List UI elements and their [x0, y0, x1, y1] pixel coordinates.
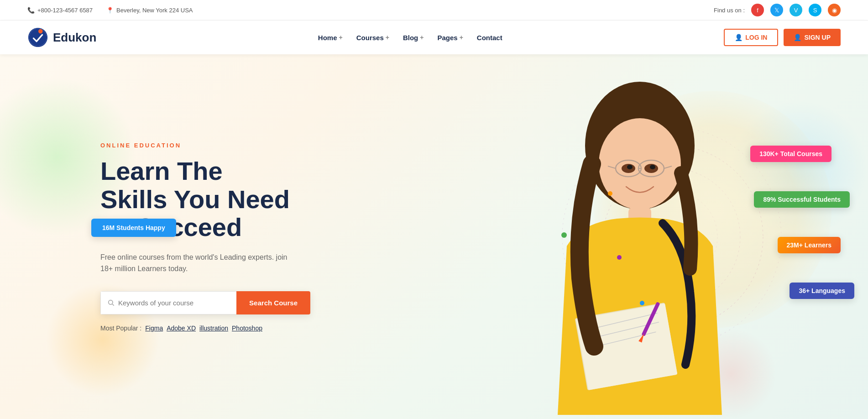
hero-section: 130K+ Total Courses 89% Successful Stude… [0, 54, 868, 419]
search-input-wrapper [100, 291, 236, 314]
person-add-icon: 👤 [794, 34, 801, 41]
phone-info: 📞 +800-123-4567 6587 [27, 7, 93, 14]
popular-link-adobexd[interactable]: Adobe XD [167, 325, 196, 332]
hero-left: ONLINE EDUCATION Learn The Skills You Ne… [100, 142, 365, 332]
nav-home-plus: + [339, 34, 343, 41]
nav-pages-plus: + [460, 34, 463, 41]
nav-contact[interactable]: Contact [477, 34, 502, 42]
phone-icon: 📞 [27, 7, 35, 14]
nav-pages[interactable]: Pages + [437, 34, 463, 42]
popular-link-illustration[interactable]: illustration [199, 325, 228, 332]
dot-orange [608, 191, 612, 196]
hero-description: Free online courses from the world's Lea… [100, 251, 301, 275]
nav-home[interactable]: Home + [318, 34, 343, 42]
search-button[interactable]: Search Course [236, 291, 310, 314]
stat-badge-students: 89% Successful Students [754, 191, 850, 208]
badge-students-happy: 16M Students Happy [91, 219, 176, 237]
nav-courses[interactable]: Courses + [356, 34, 389, 42]
nav-blog[interactable]: Blog + [403, 34, 424, 42]
svg-point-3 [38, 29, 43, 34]
location-icon: 📍 [106, 7, 114, 14]
login-button[interactable]: 👤 LOG IN [724, 29, 778, 46]
svg-point-2 [29, 29, 47, 46]
find-us-label: Find us on : [714, 7, 745, 14]
hero-title-line1: Learn The [100, 157, 223, 185]
search-input[interactable] [118, 292, 230, 314]
logo-text: Edukon [53, 31, 96, 45]
address-info: 📍 Beverley, New York 224 USA [106, 7, 193, 14]
hero-subtitle: ONLINE EDUCATION [100, 142, 365, 149]
hero-title-line2: Skills You Need [100, 185, 290, 214]
search-icon [107, 299, 115, 306]
rss-icon[interactable]: ◉ [828, 4, 841, 16]
address-text: Beverley, New York 224 USA [116, 7, 193, 14]
svg-point-17 [627, 165, 633, 169]
popular-link-figma[interactable]: Figma [145, 325, 163, 332]
popular-link-photoshop[interactable]: Photoshop [232, 325, 262, 332]
main-nav: Home + Courses + Blog + Pages + Contact [318, 34, 502, 42]
skype-icon[interactable]: S [809, 4, 821, 16]
topbar: 📞 +800-123-4567 6587 📍 Beverley, New Yor… [0, 0, 868, 21]
popular-label: Most Popular : [100, 325, 141, 332]
signup-button[interactable]: 👤 SIGN UP [784, 29, 841, 46]
stat-badge-languages: 36+ Languages [790, 283, 854, 299]
student-container [503, 73, 822, 415]
svg-point-18 [650, 165, 655, 169]
topbar-right: Find us on : f 𝕏 V S ◉ [714, 4, 841, 16]
student-illustration [503, 73, 777, 415]
search-bar: Search Course [100, 291, 310, 314]
svg-line-28 [112, 304, 114, 306]
dot-purple [617, 255, 622, 260]
logo[interactable]: Edukon [27, 27, 96, 48]
phone-number: +800-123-4567 6587 [37, 7, 93, 14]
topbar-left: 📞 +800-123-4567 6587 📍 Beverley, New Yor… [27, 7, 193, 14]
nav-courses-plus: + [386, 34, 389, 41]
popular-row: Most Popular : Figma Adobe XD illustrati… [100, 325, 365, 332]
nav-blog-plus: + [420, 34, 424, 41]
logo-icon [27, 27, 48, 48]
vimeo-icon[interactable]: V [790, 4, 802, 16]
header-buttons: 👤 LOG IN 👤 SIGN UP [724, 29, 841, 46]
stat-badge-learners: 23M+ Learners [778, 237, 841, 253]
dot-blue [640, 301, 644, 305]
facebook-icon[interactable]: f [751, 4, 764, 16]
user-icon: 👤 [735, 34, 743, 41]
twitter-icon[interactable]: 𝕏 [770, 4, 783, 16]
dot-green [561, 232, 567, 238]
svg-point-27 [109, 300, 113, 304]
header: Edukon Home + Courses + Blog + Pages + C… [0, 21, 868, 54]
stat-badge-courses: 130K+ Total Courses [750, 146, 831, 162]
